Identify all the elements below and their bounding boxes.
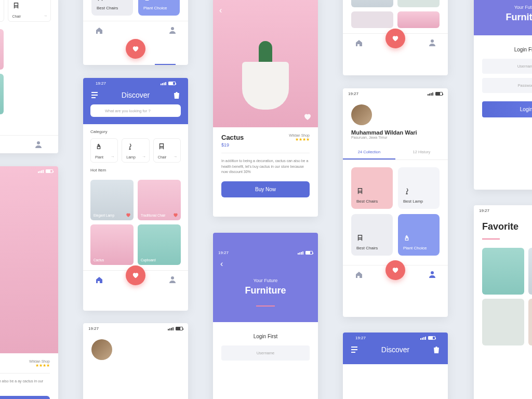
- product-name: Cactus: [221, 134, 244, 141]
- profile-nav-icon[interactable]: [169, 26, 176, 34]
- hot-item-thumb[interactable]: Cactus: [90, 224, 134, 265]
- profile-nav-icon[interactable]: [169, 276, 176, 283]
- login-screen: 19:27 ‹ Your Future Furniture Login Firs…: [213, 233, 318, 399]
- back-button[interactable]: ‹: [213, 259, 318, 269]
- favorite-thumb[interactable]: [397, 11, 440, 28]
- favorite-thumb[interactable]: [351, 11, 393, 28]
- divider: [256, 305, 275, 307]
- status-time: 19:27: [348, 91, 358, 96]
- favorite-thumb[interactable]: [482, 299, 524, 345]
- fab-favorite[interactable]: [126, 265, 145, 285]
- status-time: 19:27: [96, 81, 106, 86]
- bag-icon[interactable]: [172, 91, 181, 99]
- buy-now-button[interactable]: Buy Now: [0, 396, 50, 399]
- product-detail-screen: 19:27 ‹ Cactus $19 Wildan Shop ★★★★ In a…: [213, 0, 318, 217]
- hot-item-thumb[interactable]: Elegant Lamp: [90, 180, 134, 220]
- category-card[interactable]: Chair→: [153, 138, 181, 163]
- collection-card[interactable]: Plant Choice: [138, 0, 180, 16]
- category-card[interactable]: Lamp→: [0, 0, 4, 22]
- favorite-thumb[interactable]: [351, 0, 393, 7]
- discover-header-partial: 19:27 Discover: [343, 332, 448, 399]
- login-heading: Login First: [482, 47, 532, 52]
- login-screen-right: Your Future Furniture Login First Userna…: [474, 0, 532, 190]
- avatar[interactable]: [91, 339, 112, 360]
- category-name: Chair: [12, 15, 47, 18]
- product-image: [242, 41, 289, 110]
- profile-screen: 19:27 Muhammad Wildan Wari Pasuruan, Jaw…: [343, 88, 448, 317]
- hot-item-thumb[interactable]: Traditional Chair: [138, 180, 181, 220]
- profile-location: Pasuruan, Jawa Timur: [343, 136, 448, 139]
- fab-favorite[interactable]: [126, 39, 145, 59]
- collection-card[interactable]: Best Lamp: [398, 167, 440, 209]
- favorite-screen: 19:27 Favorite: [474, 205, 532, 399]
- category-card[interactable]: Plant→: [90, 138, 118, 163]
- collection-card[interactable]: Best Chairs: [351, 214, 393, 256]
- tab-history[interactable]: 12 History: [395, 145, 448, 159]
- splash-title: Furniture: [213, 285, 318, 296]
- profile-nav-icon[interactable]: [429, 271, 436, 278]
- home-nav-icon[interactable]: [95, 276, 102, 283]
- collection-card[interactable]: Plant Choice: [398, 214, 440, 256]
- profile-name: Muhammad Wildan Wari: [343, 129, 448, 136]
- profile-screen-partial: 19:27: [83, 323, 188, 399]
- splash-subtitle: Your Future: [213, 278, 318, 283]
- favorite-title: Favorite: [474, 214, 532, 234]
- home-nav-icon[interactable]: [355, 271, 362, 278]
- partial-product-left: Wildan Shop★★★★ a decoration, cactus can…: [0, 166, 58, 399]
- category-card[interactable]: Lamp→: [122, 138, 149, 163]
- rating-stars: ★★★★: [289, 137, 310, 142]
- collection-card[interactable]: Best Chairs: [351, 167, 393, 209]
- hot-item-thumb[interactable]: Cupboard: [138, 224, 181, 265]
- username-input[interactable]: Username: [221, 345, 310, 361]
- hot-item-thumb[interactable]: Traditional Chair: [0, 29, 4, 70]
- menu-icon[interactable]: [350, 347, 358, 353]
- discover-title: Discover: [122, 91, 150, 99]
- favorite-screen-partial: [343, 0, 448, 75]
- home-nav-icon[interactable]: [95, 26, 102, 34]
- chair-icon: [356, 188, 364, 195]
- product-price: $19: [221, 142, 244, 148]
- category-label: Category: [90, 129, 181, 134]
- password-input[interactable]: Password: [482, 78, 532, 93]
- collection-card[interactable]: Best Chairs: [91, 0, 133, 16]
- login-button[interactable]: Login: [482, 101, 532, 117]
- plant-icon: [403, 234, 410, 242]
- search-placeholder: What are you looking for ?: [105, 109, 151, 113]
- tab-collection[interactable]: 24 Collection: [343, 145, 395, 159]
- chair-icon: [356, 234, 364, 242]
- username-input[interactable]: Username: [482, 59, 532, 74]
- category-card[interactable]: Chair→: [8, 0, 51, 22]
- favorite-thumb[interactable]: [528, 248, 532, 295]
- profile-nav-icon[interactable]: [35, 141, 42, 148]
- search-input[interactable]: What are you looking for ?: [90, 104, 181, 117]
- product-description: In addition to being a decoration, cactu…: [221, 158, 310, 175]
- fab-favorite[interactable]: [385, 29, 405, 48]
- favorite-thumb[interactable]: [397, 0, 440, 7]
- shop-name: Wildan Shop: [289, 134, 310, 137]
- back-button[interactable]: ‹: [219, 6, 222, 15]
- search-icon: [96, 108, 101, 113]
- collections-screen-partial: Best Chairs Plant Choice: [83, 0, 188, 65]
- profile-nav-icon[interactable]: [429, 39, 436, 46]
- favorite-thumb[interactable]: [482, 248, 524, 295]
- buy-now-button[interactable]: Buy Now: [221, 181, 310, 197]
- menu-icon[interactable]: [90, 92, 99, 98]
- fab-favorite[interactable]: [385, 260, 405, 280]
- avatar[interactable]: [351, 104, 372, 125]
- hot-item-thumb[interactable]: Cupboard: [0, 74, 4, 114]
- home-nav-icon[interactable]: [355, 39, 362, 46]
- partial-discover-left: Lamp→ Chair→ Traditional Chair Cupboard: [0, 0, 58, 153]
- bag-icon[interactable]: [432, 345, 441, 354]
- lamp-icon: [403, 188, 410, 195]
- favorite-thumb[interactable]: [528, 299, 532, 345]
- login-heading: Login First: [221, 334, 310, 339]
- discover-screen: 19:27 Discover What are you looking for …: [83, 78, 188, 311]
- hot-item-label: Hot Item: [90, 168, 181, 172]
- favorite-icon[interactable]: [303, 113, 312, 121]
